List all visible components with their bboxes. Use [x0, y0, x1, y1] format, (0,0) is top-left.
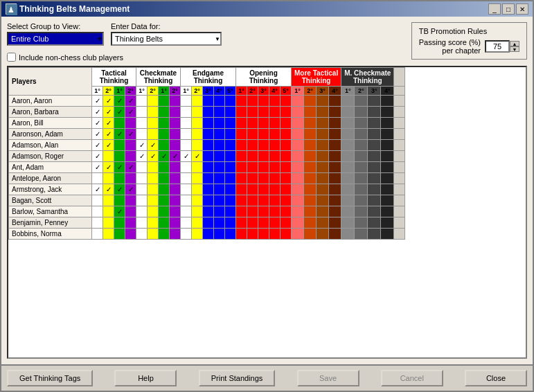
data-cell[interactable]: [258, 140, 269, 151]
data-cell[interactable]: [148, 96, 159, 107]
data-cell[interactable]: [192, 129, 203, 140]
data-cell[interactable]: [136, 217, 148, 229]
data-cell[interactable]: [136, 206, 148, 217]
data-cell[interactable]: [281, 118, 292, 129]
data-cell[interactable]: [292, 206, 304, 217]
data-cell[interactable]: [192, 162, 203, 173]
data-cell[interactable]: ✓: [114, 206, 125, 217]
data-cell[interactable]: [281, 206, 292, 217]
data-cell[interactable]: [103, 206, 114, 217]
data-cell[interactable]: ✓: [114, 107, 125, 118]
data-cell[interactable]: [341, 162, 355, 173]
data-cell[interactable]: [329, 107, 341, 118]
data-cell[interactable]: [269, 140, 281, 151]
data-cell[interactable]: [247, 96, 258, 107]
data-cell[interactable]: [247, 129, 258, 140]
data-cell[interactable]: [92, 173, 103, 184]
data-cell[interactable]: [236, 173, 247, 184]
spinner-up-button[interactable]: ▲: [510, 41, 519, 46]
data-cell[interactable]: [247, 217, 258, 229]
data-cell[interactable]: [304, 206, 317, 217]
data-cell[interactable]: [236, 229, 247, 240]
data-cell[interactable]: [203, 151, 214, 162]
data-cell[interactable]: [355, 162, 368, 173]
data-cell[interactable]: [225, 118, 236, 129]
data-cell[interactable]: [159, 140, 170, 151]
data-cell[interactable]: ✓: [103, 184, 114, 195]
data-cell[interactable]: ✓: [103, 140, 114, 151]
data-cell[interactable]: [192, 107, 203, 118]
data-cell[interactable]: [269, 118, 281, 129]
data-cell[interactable]: [136, 107, 148, 118]
data-cell[interactable]: ✓: [103, 162, 114, 173]
data-cell[interactable]: [225, 107, 236, 118]
data-cell[interactable]: ✓: [103, 129, 114, 140]
data-cell[interactable]: [304, 184, 317, 195]
data-cell[interactable]: [317, 118, 329, 129]
data-cell[interactable]: [148, 162, 159, 173]
data-cell[interactable]: [281, 140, 292, 151]
data-cell[interactable]: [258, 229, 269, 240]
data-cell[interactable]: [304, 229, 317, 240]
data-cell[interactable]: [170, 206, 181, 217]
data-cell[interactable]: [214, 173, 225, 184]
data-cell[interactable]: [341, 173, 355, 184]
data-cell[interactable]: [341, 96, 355, 107]
data-cell[interactable]: [381, 96, 394, 107]
data-cell[interactable]: [225, 173, 236, 184]
data-cell[interactable]: [192, 118, 203, 129]
data-cell[interactable]: [159, 184, 170, 195]
data-cell[interactable]: [125, 151, 136, 162]
data-cell[interactable]: [317, 129, 329, 140]
data-cell[interactable]: [203, 184, 214, 195]
data-cell[interactable]: [304, 118, 317, 129]
enter-data-dropdown[interactable]: Thinking Belts: [111, 32, 222, 46]
data-cell[interactable]: [304, 173, 317, 184]
data-cell[interactable]: [225, 184, 236, 195]
data-cell[interactable]: [258, 184, 269, 195]
data-cell[interactable]: [225, 229, 236, 240]
data-cell[interactable]: [317, 195, 329, 206]
data-cell[interactable]: [317, 184, 329, 195]
data-cell[interactable]: [170, 107, 181, 118]
data-cell[interactable]: [247, 118, 258, 129]
data-cell[interactable]: [381, 229, 394, 240]
data-cell[interactable]: [170, 96, 181, 107]
data-cell[interactable]: [148, 184, 159, 195]
data-cell[interactable]: [368, 206, 381, 217]
data-cell[interactable]: [225, 151, 236, 162]
data-cell[interactable]: [148, 107, 159, 118]
data-cell[interactable]: [381, 129, 394, 140]
data-cell[interactable]: [247, 206, 258, 217]
data-cell[interactable]: [114, 140, 125, 151]
data-cell[interactable]: [181, 118, 192, 129]
data-cell[interactable]: [292, 229, 304, 240]
data-cell[interactable]: [236, 151, 247, 162]
data-cell[interactable]: [114, 217, 125, 229]
data-cell[interactable]: [247, 140, 258, 151]
data-cell[interactable]: [236, 96, 247, 107]
data-cell[interactable]: [181, 140, 192, 151]
data-cell[interactable]: [329, 184, 341, 195]
data-cell[interactable]: [214, 96, 225, 107]
data-cell[interactable]: [214, 129, 225, 140]
data-cell[interactable]: [136, 162, 148, 173]
spinner-down-button[interactable]: ▼: [510, 46, 519, 52]
data-cell[interactable]: [181, 129, 192, 140]
data-cell[interactable]: [355, 107, 368, 118]
data-cell[interactable]: [258, 195, 269, 206]
data-cell[interactable]: [159, 118, 170, 129]
data-cell[interactable]: [159, 173, 170, 184]
data-cell[interactable]: [329, 162, 341, 173]
data-cell[interactable]: [329, 151, 341, 162]
data-cell[interactable]: [292, 118, 304, 129]
data-cell[interactable]: [125, 118, 136, 129]
data-cell[interactable]: [192, 229, 203, 240]
data-cell[interactable]: [114, 195, 125, 206]
print-standings-button[interactable]: Print Standings: [199, 370, 276, 386]
data-cell[interactable]: [355, 118, 368, 129]
data-cell[interactable]: [269, 195, 281, 206]
data-cell[interactable]: [304, 217, 317, 229]
data-cell[interactable]: ✓: [136, 140, 148, 151]
data-cell[interactable]: [203, 229, 214, 240]
